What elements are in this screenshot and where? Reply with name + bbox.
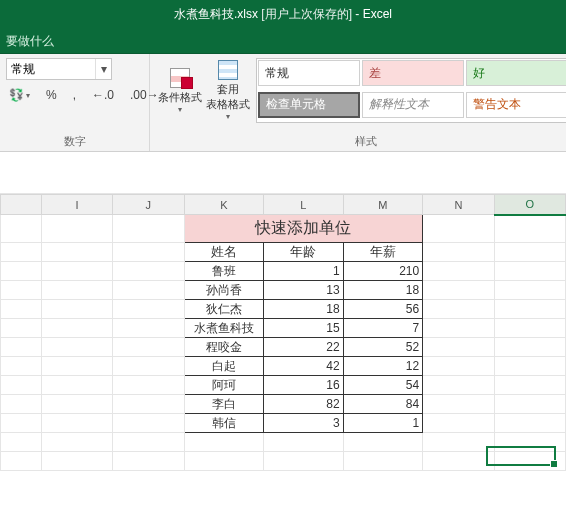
file-name: 水煮鱼科技.xlsx [174, 7, 258, 21]
chevron-down-icon: ▾ [26, 91, 30, 100]
group-label-styles: 样式 [156, 132, 566, 149]
comma-button[interactable]: , [70, 86, 79, 104]
number-format-input[interactable] [7, 59, 95, 79]
col-I[interactable]: I [41, 195, 112, 215]
style-normal[interactable]: 常规 [258, 60, 360, 86]
table-row [1, 452, 566, 471]
table-row: 快速添加单位 [1, 215, 566, 243]
dash: - [355, 7, 362, 21]
group-number: ▾ 💱▾ % , ←.0 .00→ 数字 [0, 54, 150, 151]
percent-button[interactable]: % [43, 86, 60, 104]
col-J[interactable]: J [113, 195, 184, 215]
column-headers[interactable]: I J K L M N O [1, 195, 566, 215]
number-format-combo[interactable]: ▾ [6, 58, 112, 80]
col-O[interactable]: O [494, 195, 565, 215]
col-M[interactable]: M [343, 195, 423, 215]
corner[interactable] [1, 195, 42, 215]
conditional-formatting-button[interactable]: 条件格式 ▾ [156, 58, 204, 123]
header-salary[interactable]: 年薪 [343, 243, 423, 262]
table-row: 阿珂 16 54 [1, 376, 566, 395]
conditional-formatting-icon [170, 68, 190, 88]
table-row: 水煮鱼科技 15 7 [1, 319, 566, 338]
table-title[interactable]: 快速添加单位 [184, 215, 423, 243]
table-row: 程咬金 22 52 [1, 338, 566, 357]
tell-me-bar[interactable]: 要做什么 [0, 28, 566, 54]
col-N[interactable]: N [423, 195, 494, 215]
app-name: Excel [363, 7, 392, 21]
table-row: 白起 42 12 [1, 357, 566, 376]
style-bad[interactable]: 差 [362, 60, 464, 86]
header-age[interactable]: 年龄 [264, 243, 344, 262]
currency-button[interactable]: 💱▾ [6, 86, 33, 104]
tell-me-text: 要做什么 [6, 34, 54, 48]
col-K[interactable]: K [184, 195, 264, 215]
table-row: 韩信 3 1 [1, 414, 566, 433]
file-mode: [用户上次保存的] [261, 7, 352, 21]
increase-decimal-button[interactable]: ←.0 [89, 86, 117, 104]
table-row: 孙尚香 13 18 [1, 281, 566, 300]
cond-format-label: 条件格式 [158, 90, 202, 105]
table-row: 李白 82 84 [1, 395, 566, 414]
format-as-table-button[interactable]: 套用 表格格式 ▾ [204, 58, 252, 123]
chevron-down-icon[interactable]: ▾ [95, 59, 111, 79]
table-row: 狄仁杰 18 56 [1, 300, 566, 319]
group-label-number: 数字 [6, 132, 143, 149]
formula-bar-placeholder [0, 152, 566, 194]
currency-icon: 💱 [9, 88, 24, 102]
chevron-down-icon: ▾ [178, 105, 182, 114]
worksheet-area[interactable]: I J K L M N O 快速添加单位 姓名 年龄 年薪 鲁班 1 210 孙… [0, 152, 566, 471]
table-row: 鲁班 1 210 [1, 262, 566, 281]
group-styles: 条件格式 ▾ 套用 表格格式 ▾ 常规 差 好 检查单元格 解释性文本 警告文本… [150, 54, 566, 151]
table-row [1, 433, 566, 452]
style-explanatory[interactable]: 解释性文本 [362, 92, 464, 118]
style-warning[interactable]: 警告文本 [466, 92, 566, 118]
ribbon: ▾ 💱▾ % , ←.0 .00→ 数字 条件格式 ▾ 套用 表格格式 ▾ [0, 54, 566, 152]
header-name[interactable]: 姓名 [184, 243, 264, 262]
table-format-label: 套用 表格格式 [206, 82, 250, 112]
table-row: 姓名 年龄 年薪 [1, 243, 566, 262]
cell-styles-gallery: 常规 差 好 检查单元格 解释性文本 警告文本 [256, 58, 566, 123]
table-icon [218, 60, 238, 80]
chevron-down-icon: ▾ [226, 112, 230, 121]
titlebar: 水煮鱼科技.xlsx [用户上次保存的] - Excel [0, 0, 566, 28]
col-L[interactable]: L [264, 195, 344, 215]
style-good[interactable]: 好 [466, 60, 566, 86]
grid[interactable]: I J K L M N O 快速添加单位 姓名 年龄 年薪 鲁班 1 210 孙… [0, 194, 566, 471]
style-check-cell[interactable]: 检查单元格 [258, 92, 360, 118]
